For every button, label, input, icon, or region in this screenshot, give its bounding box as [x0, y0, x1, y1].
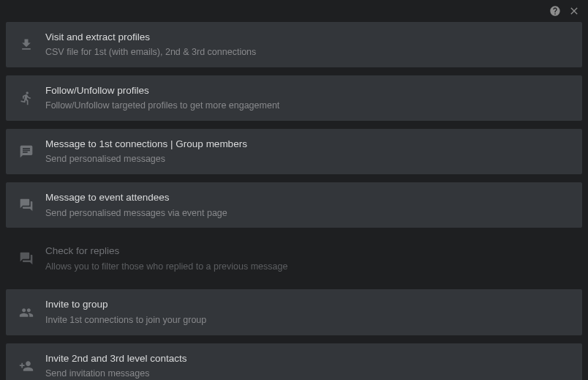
item-title: Follow/Unfollow profiles [45, 84, 572, 97]
item-subtitle: Invite 1st connections to join your grou… [45, 314, 572, 327]
item-text: Invite 2nd and 3rd level contacts Send i… [45, 352, 572, 380]
person-add-icon [16, 359, 37, 373]
item-follow-unfollow[interactable]: Follow/Unfollow profiles Follow/Unfollow… [6, 75, 582, 121]
messages-icon [16, 251, 37, 266]
item-subtitle: Send personalised messages [45, 153, 572, 165]
top-bar [0, 0, 588, 22]
message-icon [16, 144, 37, 159]
item-check-for-replies: Check for replies Allows you to filter t… [6, 236, 582, 281]
item-invite-to-group[interactable]: Invite to group Invite 1st connections t… [6, 289, 582, 335]
item-title: Visit and extract profiles [45, 31, 572, 44]
close-icon[interactable] [568, 4, 581, 18]
help-icon[interactable] [549, 4, 562, 18]
item-text: Message to 1st connections | Group membe… [45, 138, 572, 165]
item-message-event-attendees[interactable]: Message to event attendees Send personal… [6, 182, 582, 228]
item-subtitle: CSV file for 1st (with emails), 2nd & 3r… [45, 46, 572, 59]
download-icon [16, 37, 37, 52]
item-title: Message to event attendees [45, 191, 572, 204]
item-subtitle: Send invitation messages [45, 368, 572, 380]
item-invite-2nd-3rd-contacts[interactable]: Invite 2nd and 3rd level contacts Send i… [6, 343, 582, 380]
item-text: Message to event attendees Send personal… [45, 191, 572, 219]
item-text: Visit and extract profiles CSV file for … [45, 31, 572, 59]
item-text: Check for replies Allows you to filter t… [45, 245, 572, 272]
item-title: Invite to group [45, 298, 572, 311]
item-subtitle: Send personalised messages via event pag… [45, 207, 572, 220]
item-text: Follow/Unfollow profiles Follow/Unfollow… [45, 84, 572, 112]
item-title: Message to 1st connections | Group membe… [45, 138, 572, 151]
item-text: Invite to group Invite 1st connections t… [45, 298, 572, 326]
action-list: Visit and extract profiles CSV file for … [0, 22, 588, 380]
item-visit-extract-profiles[interactable]: Visit and extract profiles CSV file for … [6, 22, 582, 67]
run-icon [16, 91, 37, 105]
item-subtitle: Allows you to filter those who replied t… [45, 261, 572, 273]
group-icon [16, 305, 37, 320]
item-title: Check for replies [45, 245, 572, 258]
item-title: Invite 2nd and 3rd level contacts [45, 352, 572, 365]
messages-icon [16, 198, 37, 212]
item-message-1st-connections[interactable]: Message to 1st connections | Group membe… [6, 129, 582, 174]
item-subtitle: Follow/Unfollow targeted profiles to get… [45, 100, 572, 112]
